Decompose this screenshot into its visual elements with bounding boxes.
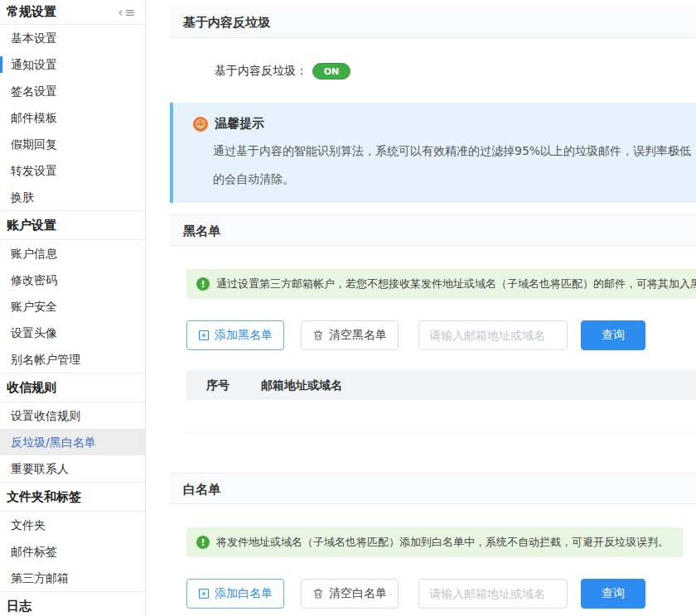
antispam-toggle[interactable]: ON bbox=[312, 63, 350, 79]
sidebar-item-account-info[interactable]: 账户信息 bbox=[0, 240, 145, 267]
section-gap bbox=[170, 433, 696, 473]
whitelist-body: ! 将发件地址或域名（子域名也将匹配）添加到白名单中，系统不自动拦截，可避开反垃… bbox=[170, 504, 696, 609]
section-whitelist: 白名单 ! 将发件地址或域名（子域名也将匹配）添加到白名单中，系统不自动拦截，可… bbox=[170, 473, 696, 609]
add-icon bbox=[198, 588, 210, 599]
section-header-blacklist: 黑名单 bbox=[170, 214, 696, 246]
sidebar-item-mail-tags[interactable]: 邮件标签 bbox=[0, 538, 145, 565]
section-title: 黑名单 bbox=[183, 224, 220, 238]
group-title-text: 收信规则 bbox=[7, 380, 56, 396]
add-whitelist-button[interactable]: 添加白名单 bbox=[186, 579, 284, 609]
sidebar-item-antispam-blacklist[interactable]: 反垃圾/黑白名单 bbox=[0, 429, 145, 455]
tip-text: 通过基于内容的智能识别算法，系统可以有效精准的过滤掉95%以上的垃圾邮件，误判率… bbox=[213, 137, 696, 193]
add-blacklist-button[interactable]: 添加黑名单 bbox=[186, 320, 284, 350]
trash-icon bbox=[312, 330, 324, 341]
blacklist-body: ! 通过设置第三方邮箱帐户，若您不想接收某发件地址或域名（子域名也将匹配）的邮件… bbox=[170, 246, 696, 433]
whitelist-actions: 添加白名单 清空白名单 查询 bbox=[186, 579, 696, 609]
section-content-antispam: 基于内容反垃圾 基于内容反垃圾： ON ☺ 温馨提示 通过基于内容的智能识别算法… bbox=[170, 7, 696, 214]
button-label: 清空黑名单 bbox=[329, 328, 387, 343]
tip-title: 温馨提示 bbox=[215, 116, 264, 132]
sidebar-item-folders[interactable]: 文件夹 bbox=[0, 512, 145, 538]
group-title-account: 账户设置 bbox=[0, 210, 145, 240]
sidebar-item-basic-settings[interactable]: 基本设置 bbox=[0, 25, 145, 51]
button-label: 清空白名单 bbox=[329, 586, 387, 601]
group-title-general: 常规设置 ‹≡ bbox=[0, 0, 145, 25]
blacklist-search-button[interactable]: 查询 bbox=[581, 320, 645, 350]
group-title-folders-tags: 文件夹和标签 bbox=[0, 482, 145, 512]
table-empty-row bbox=[186, 400, 696, 433]
notice-text: 将发件地址或域名（子域名也将匹配）添加到白名单中，系统不自动拦截，可避开反垃圾误… bbox=[216, 535, 669, 550]
sidebar-item-third-party-mailbox[interactable]: 第三方邮箱 bbox=[0, 565, 145, 591]
info-icon: ! bbox=[196, 277, 210, 291]
sidebar-item-important-contacts[interactable]: 重要联系人 bbox=[0, 455, 145, 482]
sidebar-item-account-security[interactable]: 账户安全 bbox=[0, 293, 145, 320]
info-icon: ! bbox=[196, 536, 210, 549]
blacklist-table-header: 序号 邮箱地址或域名 bbox=[186, 370, 696, 400]
active-indicator-bar bbox=[0, 56, 2, 73]
section-header-whitelist: 白名单 bbox=[170, 473, 696, 504]
button-label: 添加白名单 bbox=[215, 586, 273, 601]
sidebar-item-mail-template[interactable]: 邮件模板 bbox=[0, 104, 145, 131]
tip-box: ☺ 温馨提示 通过基于内容的智能识别算法，系统可以有效精准的过滤掉95%以上的垃… bbox=[170, 103, 696, 203]
group-title-text: 日志 bbox=[7, 599, 31, 614]
sidebar-item-skin[interactable]: 换肤 bbox=[0, 184, 145, 210]
blacklist-search-input[interactable] bbox=[418, 320, 568, 350]
group-title-text: 常规设置 bbox=[7, 4, 56, 20]
section-blacklist: 黑名单 ! 通过设置第三方邮箱帐户，若您不想接收某发件地址或域名（子域名也将匹配… bbox=[170, 214, 696, 473]
tip-header: ☺ 温馨提示 bbox=[193, 116, 696, 132]
button-label: 添加黑名单 bbox=[215, 328, 273, 343]
section-gap bbox=[170, 203, 696, 214]
sidebar-item-label: 通知设置 bbox=[11, 58, 57, 71]
column-header-index: 序号 bbox=[186, 370, 261, 400]
sidebar-collapse-icon[interactable]: ‹≡ bbox=[118, 5, 137, 20]
whitelist-search-input[interactable] bbox=[418, 579, 568, 609]
group-title-receive-rules: 收信规则 bbox=[0, 373, 145, 402]
smiley-icon: ☺ bbox=[193, 117, 208, 132]
sidebar-item-change-password[interactable]: 修改密码 bbox=[0, 267, 145, 293]
add-icon bbox=[198, 330, 210, 341]
settings-content: 基于内容反垃圾 基于内容反垃圾： ON ☺ 温馨提示 通过基于内容的智能识别算法… bbox=[170, 0, 696, 609]
group-title-text: 文件夹和标签 bbox=[7, 489, 81, 505]
settings-page: 常规设置 ‹≡ 基本设置 通知设置 签名设置 邮件模板 假期回复 转发设置 换肤… bbox=[0, 0, 696, 616]
sidebar-item-notification-settings[interactable]: 通知设置 bbox=[0, 51, 145, 78]
toggle-state-text: ON bbox=[324, 66, 340, 77]
blacklist-actions: 添加黑名单 清空黑名单 查询 bbox=[186, 320, 696, 350]
group-title-logs: 日志 bbox=[0, 591, 145, 616]
column-header-address: 邮箱地址或域名 bbox=[261, 370, 342, 400]
section-title: 白名单 bbox=[183, 482, 220, 497]
section-title: 基于内容反垃圾 bbox=[183, 15, 270, 30]
antispam-toggle-label: 基于内容反垃圾： bbox=[215, 64, 307, 79]
section-header-antispam: 基于内容反垃圾 bbox=[170, 7, 696, 38]
sidebar-item-forward-settings[interactable]: 转发设置 bbox=[0, 157, 145, 184]
whitelist-notice: ! 将发件地址或域名（子域名也将匹配）添加到白名单中，系统不自动拦截，可避开反垃… bbox=[186, 527, 684, 557]
sidebar-item-signature-settings[interactable]: 签名设置 bbox=[0, 78, 145, 104]
tip-line-1: 通过基于内容的智能识别算法，系统可以有效精准的过滤掉95%以上的垃圾邮件，误判率… bbox=[213, 137, 696, 165]
antispam-toggle-row: 基于内容反垃圾： ON bbox=[170, 38, 696, 103]
notice-text: 通过设置第三方邮箱帐户，若您不想接收某发件地址或域名（子域名也将匹配）的邮件，可… bbox=[216, 277, 696, 291]
sidebar-item-avatar-settings[interactable]: 设置头像 bbox=[0, 320, 145, 346]
sidebar-item-receive-rules[interactable]: 设置收信规则 bbox=[0, 402, 145, 429]
sidebar-item-alias-account[interactable]: 别名帐户管理 bbox=[0, 346, 145, 373]
group-title-text: 账户设置 bbox=[7, 218, 56, 233]
trash-icon bbox=[312, 588, 324, 599]
sidebar-item-vacation-reply[interactable]: 假期回复 bbox=[0, 131, 145, 157]
blacklist-notice: ! 通过设置第三方邮箱帐户，若您不想接收某发件地址或域名（子域名也将匹配）的邮件… bbox=[186, 269, 696, 299]
tip-line-2: 的会自动清除。 bbox=[213, 165, 696, 193]
blacklist-table: 序号 邮箱地址或域名 bbox=[186, 370, 696, 433]
settings-sidebar: 常规设置 ‹≡ 基本设置 通知设置 签名设置 邮件模板 假期回复 转发设置 换肤… bbox=[0, 0, 146, 616]
clear-whitelist-button[interactable]: 清空白名单 bbox=[301, 579, 399, 609]
clear-blacklist-button[interactable]: 清空黑名单 bbox=[301, 320, 399, 350]
whitelist-search-button[interactable]: 查询 bbox=[581, 579, 645, 609]
